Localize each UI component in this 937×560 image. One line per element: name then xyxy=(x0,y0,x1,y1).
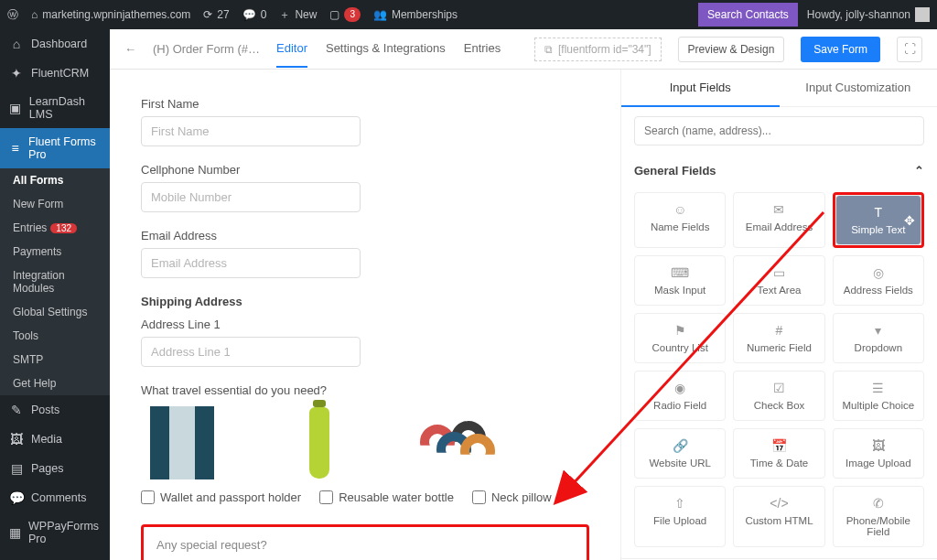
special-request-field[interactable]: Any special request? xyxy=(141,524,589,560)
radio-icon: ◉ xyxy=(674,381,685,395)
dropdown-icon: ▾ xyxy=(875,323,881,338)
wppayforms-icon: ▦ xyxy=(9,525,21,540)
shortcode-display[interactable]: ⧉[fluentform id="34"] xyxy=(534,38,662,61)
site-name[interactable]: ⌂ marketing.wpninjathemes.com xyxy=(31,8,190,21)
fluentcrm-icon: ✦ xyxy=(9,66,24,81)
comments[interactable]: 💬 0 xyxy=(242,8,267,21)
field-numeric[interactable]: #Numeric Field xyxy=(733,313,824,363)
tab-settings[interactable]: Settings & Integrations xyxy=(326,30,446,68)
product-pillow-image xyxy=(415,406,498,479)
submenu-smtp[interactable]: SMTP xyxy=(0,348,110,372)
field-image-upload[interactable]: 🖼Image Upload xyxy=(833,428,924,479)
tab-input-fields[interactable]: Input Fields xyxy=(621,70,780,107)
sidebar-item-ninjatables[interactable]: ▦NinjaTables Pro xyxy=(0,553,110,560)
sidebar-item-dashboard[interactable]: ⌂Dashboard xyxy=(0,29,110,59)
sidebar-item-learndash[interactable]: ▣LearnDash LMS xyxy=(0,88,110,128)
posts-icon: ✎ xyxy=(9,403,24,417)
submenu-new-form[interactable]: New Form xyxy=(0,192,110,216)
shipping-heading: Shipping Address xyxy=(141,295,589,308)
tab-editor[interactable]: Editor xyxy=(276,30,307,68)
submenu-payments[interactable]: Payments xyxy=(0,240,110,264)
new-content[interactable]: ＋ New xyxy=(279,7,317,23)
field-file-upload[interactable]: ⇧File Upload xyxy=(634,486,726,547)
field-simple-text[interactable]: TSimple Text✥ xyxy=(835,195,921,245)
field-first-name[interactable]: First Name xyxy=(141,97,589,146)
field-time-date[interactable]: 📅Time & Date xyxy=(733,428,824,479)
fluentforms-icon: ≡ xyxy=(9,141,21,156)
howdy-user[interactable]: Howdy, jolly-shannon xyxy=(807,7,930,22)
field-mask-input[interactable]: ⌨Mask Input xyxy=(634,255,726,306)
search-contacts-button[interactable]: Search Contacts xyxy=(698,3,798,27)
learndash-icon: ▣ xyxy=(9,101,22,115)
field-email-address[interactable]: ✉Email Address xyxy=(733,192,824,248)
checkbox-pillow[interactable]: Neck pillow xyxy=(472,490,552,504)
fullscreen-button[interactable]: ⛶ xyxy=(897,37,922,62)
submenu-tools[interactable]: Tools xyxy=(0,324,110,348)
updates[interactable]: ⟳ 27 xyxy=(203,8,229,21)
field-custom-html[interactable]: </>Custom HTML xyxy=(733,486,824,547)
submenu-integration[interactable]: Integration Modules xyxy=(0,264,110,300)
wp-logo[interactable]: ⓦ xyxy=(7,7,18,23)
product-bottle-image xyxy=(278,406,361,479)
first-name-label: First Name xyxy=(141,97,589,111)
sidebar-item-posts[interactable]: ✎Posts xyxy=(0,395,110,425)
sidebar-item-wppayforms[interactable]: ▦WPPayForms Pro xyxy=(0,512,110,553)
memberships-link[interactable]: 👥 Memberships xyxy=(373,8,458,21)
textarea-icon: ▭ xyxy=(773,265,785,280)
field-dropdown[interactable]: ▾Dropdown xyxy=(833,313,924,363)
preview-button[interactable]: Preview & Design xyxy=(678,37,785,62)
notifications[interactable]: ▢ 3 xyxy=(329,7,361,22)
tab-entries[interactable]: Entries xyxy=(464,30,501,68)
move-cursor-icon: ✥ xyxy=(904,213,915,228)
field-name[interactable]: ☺Name Fields xyxy=(634,192,726,248)
right-panel: Input Fields Input Customization General… xyxy=(620,70,937,560)
email-input[interactable] xyxy=(141,248,361,278)
sidebar-submenu: All Forms New Form Entries132 Payments I… xyxy=(0,168,110,395)
sidebar-item-fluentforms[interactable]: ≡Fluent Forms Pro xyxy=(0,128,110,168)
field-checkbox[interactable]: ☑Check Box xyxy=(733,371,824,421)
envelope-icon: ✉ xyxy=(773,202,784,217)
code-icon: </> xyxy=(770,496,788,511)
keyboard-icon: ⌨ xyxy=(671,265,689,280)
admin-bar: ⓦ ⌂ marketing.wpninjathemes.com ⟳ 27 💬 0… xyxy=(0,0,937,29)
general-fields-heading[interactable]: General Fields ⌃ xyxy=(621,155,937,187)
field-email[interactable]: Email Address xyxy=(141,229,589,278)
checkbox-bottle[interactable]: Reusable water bottle xyxy=(319,490,454,504)
tab-input-customization[interactable]: Input Customization xyxy=(780,70,938,107)
sidebar-item-media[interactable]: 🖼Media xyxy=(0,425,110,454)
sidebar-item-fluentcrm[interactable]: ✦FluentCRM xyxy=(0,59,110,88)
field-address1[interactable]: Address Line 1 xyxy=(141,318,589,367)
back-button[interactable]: ← xyxy=(124,42,136,56)
sidebar-item-pages[interactable]: ▤Pages xyxy=(0,454,110,483)
field-search-input[interactable] xyxy=(634,116,924,145)
field-text-area[interactable]: ▭Text Area xyxy=(733,255,824,306)
text-icon: T xyxy=(875,205,883,220)
main-content: ← (H) Order Form (#… Editor Settings & I… xyxy=(110,29,937,560)
comments-icon: 💬 xyxy=(9,490,24,505)
sidebar-item-comments[interactable]: 💬Comments xyxy=(0,483,110,512)
chevron-up-icon: ⌃ xyxy=(914,164,924,178)
checkbox-icon: ☑ xyxy=(773,381,785,395)
submenu-global-settings[interactable]: Global Settings xyxy=(0,300,110,324)
field-multiple-choice[interactable]: ☰Multiple Choice xyxy=(833,371,924,421)
submenu-all-forms[interactable]: All Forms xyxy=(0,168,110,192)
copy-icon: ⧉ xyxy=(544,43,553,56)
checkbox-wallet[interactable]: Wallet and passport holder xyxy=(141,490,301,504)
submenu-entries[interactable]: Entries132 xyxy=(0,216,110,240)
address1-input[interactable] xyxy=(141,337,361,367)
calendar-icon: 📅 xyxy=(771,438,787,453)
form-title: (H) Order Form (#… xyxy=(153,42,260,56)
field-address[interactable]: ◎Address Fields xyxy=(833,255,924,306)
travel-question-label: What travel essential do you need? xyxy=(141,383,589,397)
admin-sidebar: ⌂Dashboard ✦FluentCRM ▣LearnDash LMS ≡Fl… xyxy=(0,29,110,560)
address1-label: Address Line 1 xyxy=(141,318,589,331)
save-form-button[interactable]: Save Form xyxy=(801,37,880,62)
field-website-url[interactable]: 🔗Website URL xyxy=(634,428,726,479)
field-cellphone[interactable]: Cellphone Number xyxy=(141,163,589,212)
field-radio[interactable]: ◉Radio Field xyxy=(634,371,726,421)
first-name-input[interactable] xyxy=(141,116,361,146)
submenu-get-help[interactable]: Get Help xyxy=(0,372,110,395)
field-phone[interactable]: ✆Phone/Mobile Field xyxy=(833,486,924,547)
field-country-list[interactable]: ⚑Country List xyxy=(634,313,726,363)
cellphone-input[interactable] xyxy=(141,182,361,212)
